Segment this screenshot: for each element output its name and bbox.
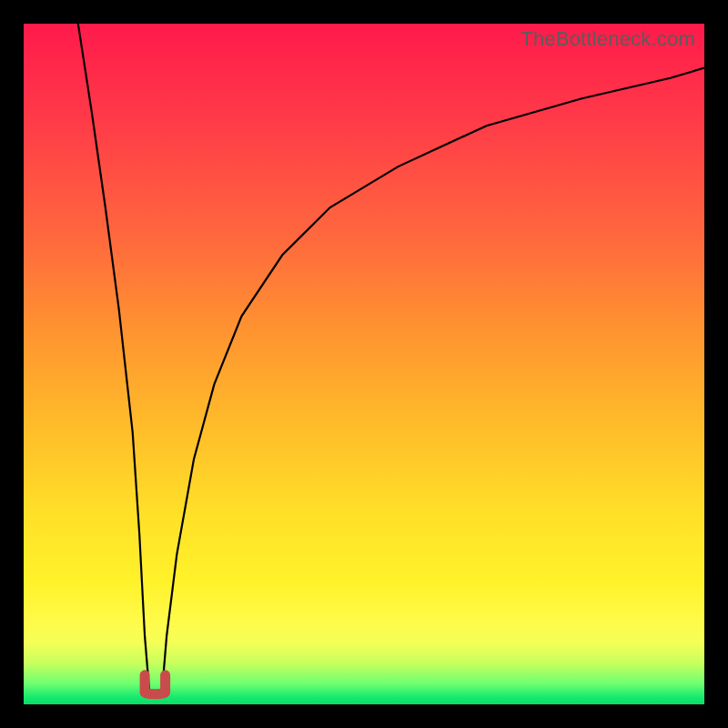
valley-u-marker xyxy=(145,675,166,694)
curve-right-branch xyxy=(162,68,704,694)
chart-svg xyxy=(24,24,704,704)
outer-black-frame: TheBottleneck.com xyxy=(0,0,728,728)
gradient-plot-area: TheBottleneck.com xyxy=(24,24,704,704)
watermark-text: TheBottleneck.com xyxy=(521,27,695,51)
curve-left-branch xyxy=(78,24,150,694)
